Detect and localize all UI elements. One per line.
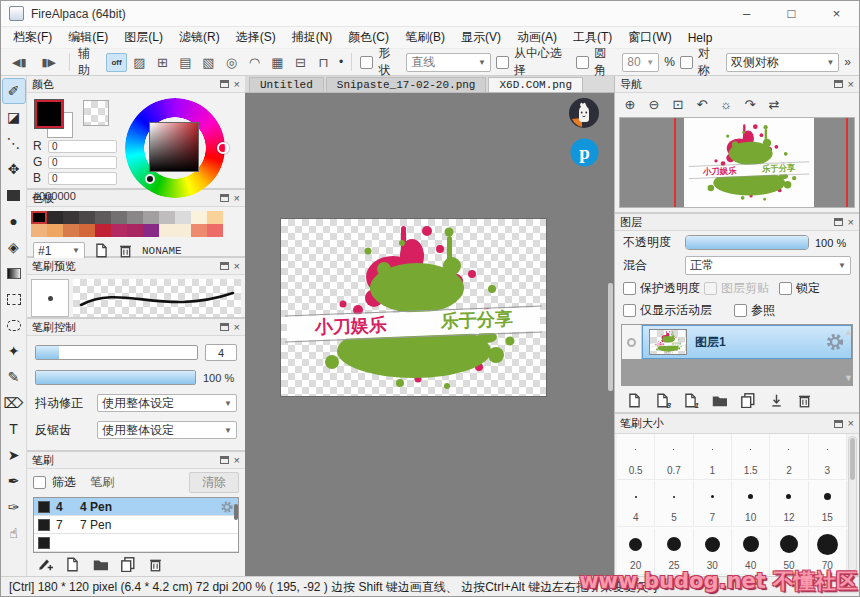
brush-size-cell[interactable]: 0.5 (617, 434, 655, 480)
pixiv-icon[interactable]: p (570, 138, 599, 167)
scroll-down-icon[interactable]: ▼ (844, 373, 853, 383)
palette-swatch[interactable] (31, 211, 47, 224)
sv-selector[interactable] (145, 174, 155, 184)
snap-concentric-icon[interactable]: ◎ (221, 53, 242, 72)
palette-swatch[interactable] (47, 224, 63, 237)
menu-item-5[interactable]: 捕捉(N) (284, 27, 341, 48)
menu-item-4[interactable]: 选择(S) (228, 27, 284, 48)
menu-item-3[interactable]: 滤镜(R) (171, 27, 228, 48)
document-tab-0[interactable]: Untitled (249, 77, 324, 92)
b-input[interactable]: 0 (48, 172, 117, 185)
palette-swatch[interactable] (31, 224, 47, 237)
brush-settings-gear-icon[interactable] (220, 500, 234, 514)
menu-item-0[interactable]: 档案(F) (5, 27, 60, 48)
alpaca-avatar-icon[interactable] (568, 97, 600, 129)
palette-swatch[interactable] (127, 211, 143, 224)
brush-size-cell[interactable]: 2 (770, 434, 808, 480)
brush-tool[interactable]: ✐ (2, 78, 26, 104)
select-pen-tool[interactable]: ✎ (2, 364, 26, 390)
toolbar-overflow-icon[interactable]: » (844, 55, 853, 69)
canvas-area[interactable]: p (245, 93, 614, 576)
palette-swatch[interactable] (175, 224, 191, 237)
close-icon[interactable]: × (234, 193, 240, 204)
zoom-fit-icon[interactable]: ⊡ (667, 95, 689, 114)
palette-swatch[interactable] (127, 224, 143, 237)
palette-swatch[interactable] (63, 224, 79, 237)
brush-size-cell[interactable]: 1.5 (732, 434, 770, 480)
document-tab-2[interactable]: X6D.COM.png (488, 77, 583, 92)
select-rect-tool[interactable] (2, 286, 26, 312)
rotate-reset-icon[interactable]: ☼ (715, 95, 737, 114)
undock-icon[interactable] (834, 218, 843, 226)
blur-tool[interactable]: ⋱ (2, 130, 26, 156)
from-center-checkbox[interactable] (496, 56, 509, 69)
fill-rect-tool[interactable] (2, 182, 26, 208)
new-brush-icon[interactable] (65, 557, 80, 572)
brush-size-scrollbar[interactable] (848, 436, 857, 572)
bucket-tool[interactable]: ◈ (2, 234, 26, 260)
close-icon[interactable]: × (234, 455, 240, 466)
palette-swatch[interactable] (63, 211, 79, 224)
transparent-color-swatch[interactable] (83, 100, 109, 126)
brush-size-cell[interactable]: 7 (694, 481, 732, 527)
g-input[interactable]: 0 (48, 156, 117, 169)
palette-swatch[interactable] (95, 224, 111, 237)
palette-swatch[interactable] (191, 224, 207, 237)
undock-icon[interactable] (220, 80, 229, 88)
snap-ruler-icon[interactable]: ▦ (267, 53, 288, 72)
palette-swatch[interactable] (207, 211, 223, 224)
add-brush-icon[interactable] (37, 556, 53, 572)
brush-list-item[interactable] (34, 534, 238, 552)
snap-off-icon[interactable]: off (106, 53, 127, 72)
navigator-preview[interactable] (619, 117, 855, 208)
close-icon[interactable]: × (848, 217, 854, 228)
layer-visibility-toggle[interactable] (622, 325, 642, 359)
brush-size-cell[interactable]: 3 (809, 434, 847, 480)
duplicate-layer-icon[interactable] (740, 392, 756, 408)
next-page-icon[interactable]: ▮▶ (37, 54, 62, 71)
snap-parallel-icon[interactable]: ▨ (129, 53, 150, 72)
zoom-out-icon[interactable]: ⊖ (643, 95, 665, 114)
operation-tool[interactable]: ➤ (2, 442, 26, 468)
zoom-in-icon[interactable]: ⊕ (619, 95, 641, 114)
color-wheel[interactable] (123, 98, 227, 198)
brush-list-item[interactable]: 77 Pen (34, 516, 238, 534)
brush-list-item[interactable]: 44 Pen (34, 498, 238, 516)
magic-wand-tool[interactable]: ✦ (2, 338, 26, 364)
layer-row[interactable]: 图层1 (622, 325, 852, 359)
new-swatch-icon[interactable] (94, 243, 109, 258)
foreground-color-swatch[interactable] (35, 100, 63, 128)
palette-swatch[interactable] (95, 211, 111, 224)
new-8bit-layer-icon[interactable]: 8 (655, 393, 670, 408)
snap-horizontal-icon[interactable]: ▤ (175, 53, 196, 72)
undock-icon[interactable] (834, 80, 843, 88)
protect-alpha-checkbox[interactable] (623, 282, 636, 295)
brush-list-scrollbar[interactable] (234, 504, 238, 520)
antialias-select[interactable]: 使用整体设定▼ (97, 421, 237, 439)
filter-checkbox[interactable] (33, 476, 46, 489)
lock-checkbox[interactable] (779, 282, 792, 295)
palette-swatch[interactable] (207, 224, 223, 237)
fill-blob-tool[interactable]: ● (2, 208, 26, 234)
blend-select[interactable]: 正常▼ (685, 256, 851, 275)
brush-size-cell[interactable]: 5 (655, 481, 693, 527)
palette-swatch[interactable] (143, 224, 159, 237)
maximize-button[interactable]: □ (769, 1, 814, 27)
brush-size-cell[interactable]: 4 (617, 481, 655, 527)
duplicate-brush-icon[interactable] (120, 556, 136, 572)
palette-swatch[interactable] (191, 211, 207, 224)
brush-opacity-slider[interactable] (35, 370, 196, 385)
document-tab-1[interactable]: Snipaste_17-02-20.png (326, 77, 487, 92)
saturation-value-box[interactable] (149, 122, 199, 172)
brush-size-cell[interactable]: 10 (732, 481, 770, 527)
delete-brush-icon[interactable] (148, 557, 163, 572)
palette-swatch[interactable] (111, 224, 127, 237)
round-corner-input[interactable]: 80▼ (622, 53, 659, 72)
palette-swatch[interactable] (79, 224, 95, 237)
palette-swatch[interactable] (111, 211, 127, 224)
delete-layer-icon[interactable] (797, 393, 812, 408)
new-layer-icon[interactable] (627, 393, 642, 408)
menu-item-12[interactable]: Help (680, 29, 721, 47)
menu-item-11[interactable]: 窗口(W) (620, 27, 679, 48)
move-tool[interactable]: ✥ (2, 156, 26, 182)
